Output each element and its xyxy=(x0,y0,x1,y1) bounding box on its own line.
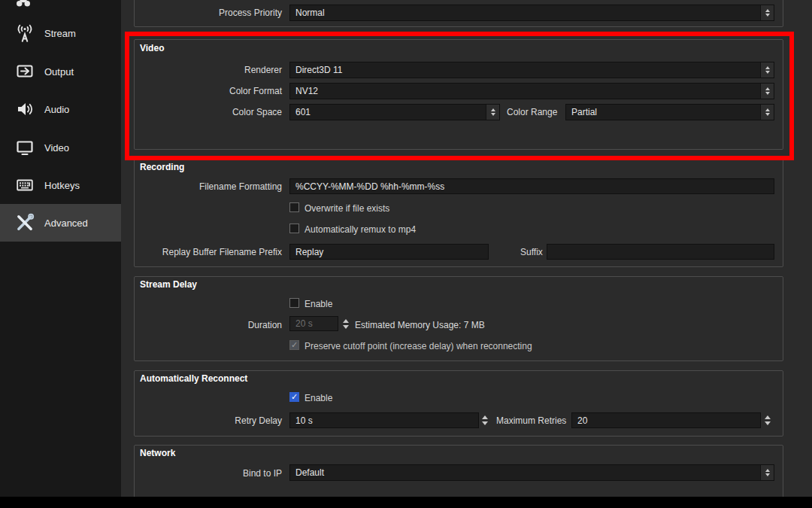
remux-checkbox[interactable] xyxy=(289,224,299,233)
color-space-select[interactable]: 601 xyxy=(289,104,500,120)
obs-advanced-settings-window: Stream Output Audio xyxy=(0,0,812,508)
suffix-label: Suffix xyxy=(520,247,543,257)
color-range-select[interactable]: Partial xyxy=(565,104,774,120)
settings-sidebar: Stream Output Audio xyxy=(0,0,121,497)
color-format-value: NV12 xyxy=(295,86,318,96)
bottom-bar xyxy=(0,497,812,508)
replay-prefix-input[interactable] xyxy=(289,244,489,260)
preserve-cutoff-label: Preserve cutoff point (increase delay) w… xyxy=(304,341,532,351)
renderer-value: Direct3D 11 xyxy=(295,65,342,75)
color-space-value: 601 xyxy=(295,107,311,117)
sidebar-item-label: Hotkeys xyxy=(44,180,80,191)
sidebar-item-label: Output xyxy=(44,66,74,78)
sidebar-item-advanced[interactable]: Advanced xyxy=(0,204,121,242)
remux-checkbox-label: Automatically remux to mp4 xyxy=(304,224,416,235)
color-range-value: Partial xyxy=(571,107,597,117)
preserve-cutoff-checkbox xyxy=(289,340,299,350)
process-priority-spinner[interactable] xyxy=(760,5,774,20)
bind-to-ip-value: Default xyxy=(295,467,324,478)
stream-icon xyxy=(14,22,36,44)
renderer-spinner[interactable] xyxy=(760,62,774,78)
max-retries-spinner[interactable] xyxy=(762,412,772,428)
sidebar-item-output[interactable]: Output xyxy=(0,53,121,90)
process-priority-value: Normal xyxy=(295,8,325,18)
color-space-spinner[interactable] xyxy=(486,105,499,120)
filename-formatting-input[interactable] xyxy=(289,178,774,194)
process-priority-label: Process Priority xyxy=(135,8,282,18)
duration-label: Duration xyxy=(135,320,282,330)
overwrite-checkbox[interactable] xyxy=(289,202,299,212)
replay-prefix-label: Replay Buffer Filename Prefix xyxy=(135,247,282,257)
sidebar-item-hotkeys[interactable]: Hotkeys xyxy=(0,166,121,204)
filename-formatting-label: Filename Formatting xyxy=(135,181,282,192)
process-priority-select[interactable]: Normal xyxy=(289,5,774,21)
duration-spinner xyxy=(341,316,350,331)
retry-delay-input[interactable] xyxy=(289,412,479,428)
duration-input xyxy=(289,316,338,331)
hotkeys-icon xyxy=(14,174,36,196)
renderer-select[interactable]: Direct3D 11 xyxy=(289,62,774,78)
retry-delay-spinner[interactable] xyxy=(480,412,489,428)
sidebar-item-label: Advanced xyxy=(44,217,88,229)
general-gear-icon xyxy=(12,0,35,10)
video-group-title: Video xyxy=(140,43,164,53)
bind-to-ip-select[interactable]: Default xyxy=(289,464,774,481)
color-format-label: Color Format xyxy=(135,86,282,96)
color-format-select[interactable]: NV12 xyxy=(289,83,774,99)
advanced-icon xyxy=(14,211,36,234)
stream-delay-enable-label: Enable xyxy=(304,299,332,309)
sidebar-item-label: Stream xyxy=(44,28,76,39)
reconnect-group-title: Automatically Reconnect xyxy=(140,373,247,384)
sidebar-item-label: Audio xyxy=(44,104,69,115)
estimated-memory-text: Estimated Memory Usage: 7 MB xyxy=(355,320,485,330)
stream-delay-enable-checkbox[interactable] xyxy=(289,298,299,308)
video-icon xyxy=(14,136,36,159)
reconnect-enable-checkbox[interactable] xyxy=(289,392,299,402)
max-retries-label: Maximum Retries xyxy=(496,415,566,426)
bind-to-ip-spinner[interactable] xyxy=(760,465,774,480)
sidebar-item-audio[interactable]: Audio xyxy=(0,90,121,128)
color-range-label: Color Range xyxy=(507,107,557,117)
max-retries-input[interactable] xyxy=(571,412,761,428)
reconnect-enable-label: Enable xyxy=(304,393,332,403)
sidebar-item-stream[interactable]: Stream xyxy=(0,14,121,52)
output-icon xyxy=(14,60,36,83)
sidebar-item-video[interactable]: Video xyxy=(0,129,121,166)
overwrite-checkbox-label: Overwrite if file exists xyxy=(304,203,389,214)
stream-delay-group-title: Stream Delay xyxy=(140,279,197,290)
recording-group-title: Recording xyxy=(140,162,184,172)
retry-delay-label: Retry Delay xyxy=(135,415,282,426)
color-space-label: Color Space xyxy=(135,107,282,117)
color-format-spinner[interactable] xyxy=(760,84,774,99)
bind-to-ip-label: Bind to IP xyxy=(135,468,282,479)
audio-icon xyxy=(14,98,36,120)
renderer-label: Renderer xyxy=(135,65,282,75)
suffix-input[interactable] xyxy=(547,244,774,260)
sidebar-item-label: Video xyxy=(44,142,69,154)
network-group-title: Network xyxy=(140,448,175,458)
color-range-spinner[interactable] xyxy=(760,105,774,120)
